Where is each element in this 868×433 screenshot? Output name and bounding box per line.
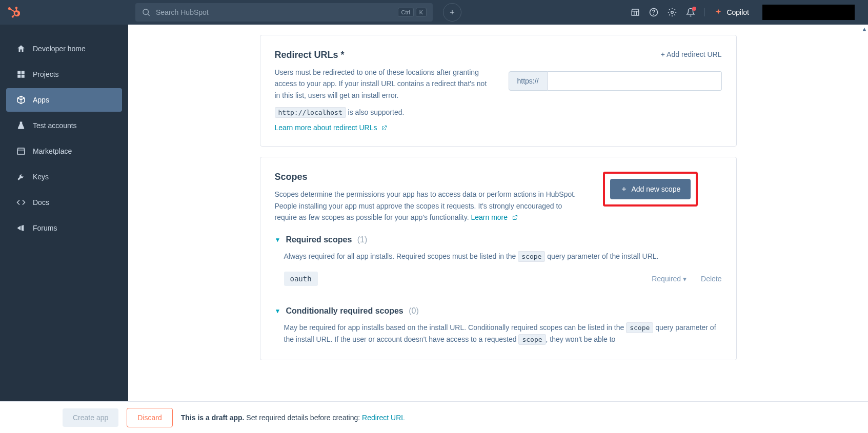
home-icon <box>16 44 26 53</box>
code-icon <box>16 198 26 207</box>
scroll-up-indicator[interactable]: ▲ <box>861 26 867 33</box>
required-scopes-section: ▼ Required scopes (1) Always required fo… <box>275 235 722 286</box>
search-placeholder: Search HubSpot <box>156 8 393 16</box>
conditional-scopes-section: ▼ Conditionally required scopes (0) May … <box>275 306 722 345</box>
scope-row-oauth: oauth Required ▾ Delete <box>275 272 722 286</box>
sidebar-item-forums[interactable]: Forums <box>6 216 122 240</box>
projects-icon <box>16 70 26 79</box>
scopes-learn-more-link[interactable]: Learn more <box>471 213 517 221</box>
wrench-icon <box>16 172 26 181</box>
scope-pill: oauth <box>284 272 318 286</box>
redirect-url-input-group: https:// <box>509 71 722 91</box>
required-scopes-toggle[interactable]: ▼ Required scopes (1) <box>275 235 722 244</box>
localhost-note: http://localhost is also supported. <box>275 108 488 116</box>
svg-rect-10 <box>22 75 25 78</box>
chevron-down-icon: ▼ <box>275 307 281 315</box>
chevron-down-icon: ▼ <box>275 236 281 243</box>
learn-redirect-link[interactable]: Learn more about redirect URLs <box>275 123 388 132</box>
plus-icon <box>449 9 456 16</box>
search-bar[interactable]: Search HubSpot Ctrl K <box>135 3 433 22</box>
main-content: Redirect URLs * Users must be redirected… <box>128 25 868 401</box>
store-icon <box>16 147 26 156</box>
svg-point-6 <box>671 11 674 14</box>
redirect-urls-card: Redirect URLs * Users must be redirected… <box>260 35 737 147</box>
redirect-title: Redirect URLs * <box>275 50 488 60</box>
required-scopes-description: Always required for all app installs. Re… <box>275 251 722 262</box>
svg-line-1 <box>148 14 150 16</box>
add-redirect-url-button[interactable]: + Add redirect URL <box>661 50 722 58</box>
top-header: Search HubSpot Ctrl K Copilot <box>0 0 868 25</box>
sidebar-item-projects[interactable]: Projects <box>6 63 122 86</box>
scope-delete-button[interactable]: Delete <box>701 275 721 283</box>
settings-icon[interactable] <box>668 8 677 17</box>
sidebar-item-marketplace[interactable]: Marketplace <box>6 139 122 163</box>
hubspot-logo[interactable] <box>5 4 22 20</box>
search-icon <box>142 8 151 17</box>
account-region[interactable] <box>762 5 855 20</box>
megaphone-icon <box>16 223 26 233</box>
external-link-icon <box>381 125 387 131</box>
notifications-icon[interactable] <box>686 8 695 17</box>
flask-icon <box>16 121 26 130</box>
help-icon[interactable] <box>649 8 658 17</box>
sidebar: Developer home Projects Apps Test accoun… <box>0 25 128 401</box>
sidebar-item-apps[interactable]: Apps <box>6 88 122 112</box>
caret-down-icon: ▾ <box>683 275 687 283</box>
cube-icon <box>16 95 26 105</box>
svg-point-0 <box>143 9 149 15</box>
scope-required-dropdown[interactable]: Required ▾ <box>652 275 687 283</box>
scopes-card: Scopes Scopes determine the permissions … <box>260 157 737 360</box>
scopes-title: Scopes <box>275 172 582 182</box>
sidebar-item-developer-home[interactable]: Developer home <box>6 37 122 60</box>
add-button[interactable] <box>443 3 461 22</box>
sidebar-item-test-accounts[interactable]: Test accounts <box>6 114 122 137</box>
svg-rect-7 <box>17 71 21 74</box>
conditional-scopes-toggle[interactable]: ▼ Conditionally required scopes (0) <box>275 306 722 316</box>
scopes-description: Scopes determine the permissions your ap… <box>275 189 582 223</box>
svg-rect-8 <box>22 71 25 74</box>
add-scope-highlight-box: Add new scope <box>603 172 698 207</box>
search-shortcut: Ctrl K <box>398 8 427 17</box>
redirect-url-field[interactable] <box>548 71 722 91</box>
svg-rect-9 <box>17 75 21 78</box>
external-link-icon <box>512 215 518 221</box>
copilot-button[interactable]: Copilot <box>704 8 749 16</box>
redirect-description: Users must be redirected to one of these… <box>275 67 488 101</box>
conditional-scopes-description: May be required for app installs based o… <box>275 322 722 345</box>
sidebar-item-docs[interactable]: Docs <box>6 191 122 214</box>
marketplace-icon[interactable] <box>631 8 640 17</box>
plus-icon <box>620 185 628 193</box>
url-prefix: https:// <box>509 71 548 91</box>
add-new-scope-button[interactable]: Add new scope <box>610 179 691 199</box>
sparkle-icon <box>714 8 722 16</box>
svg-point-5 <box>654 14 654 14</box>
sidebar-item-keys[interactable]: Keys <box>6 165 122 189</box>
notification-badge <box>692 7 696 11</box>
